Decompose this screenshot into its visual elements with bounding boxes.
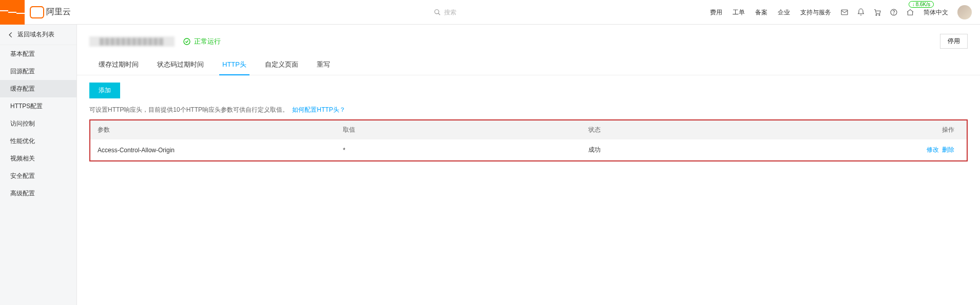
- svg-point-5: [879, 14, 880, 15]
- avatar[interactable]: [957, 5, 972, 19]
- disable-button[interactable]: 停用: [940, 34, 968, 49]
- http-header-table: 参数 取值 状态 操作 Access-Control-Allow-Origin*…: [90, 120, 967, 160]
- sidebar-item[interactable]: 高级配置: [0, 185, 76, 202]
- check-circle-icon: [183, 37, 191, 46]
- menu-toggle-button[interactable]: [0, 0, 25, 25]
- message-icon[interactable]: [836, 0, 853, 25]
- hint-help-link[interactable]: 如何配置HTTP头？: [292, 106, 345, 113]
- domain-name-masked: ████████████: [89, 36, 175, 47]
- home-icon[interactable]: [902, 0, 918, 25]
- col-param: 参数: [90, 120, 336, 139]
- nav-cost[interactable]: 费用: [705, 0, 727, 25]
- help-icon[interactable]: [886, 0, 902, 25]
- search-input[interactable]: [444, 9, 547, 16]
- search-icon: [434, 9, 441, 16]
- page-header: ████████████ 正常运行 停用: [77, 25, 980, 54]
- svg-line-1: [438, 13, 440, 15]
- add-button[interactable]: 添加: [89, 83, 120, 98]
- tab[interactable]: HTTP头: [213, 54, 256, 75]
- tab[interactable]: 缓存过期时间: [89, 54, 148, 75]
- nav-ticket[interactable]: 工单: [727, 0, 750, 25]
- nav-support[interactable]: 支持与服务: [795, 0, 836, 25]
- delete-link[interactable]: 删除: [942, 146, 954, 153]
- back-to-domains-button[interactable]: 返回域名列表: [0, 25, 76, 45]
- cell-param: Access-Control-Allow-Origin: [90, 139, 336, 160]
- tabs: 缓存过期时间状态码过期时间HTTP头自定义页面重写: [77, 54, 980, 75]
- sidebar-item[interactable]: 缓存配置: [0, 80, 76, 97]
- svg-point-0: [434, 9, 438, 13]
- table-header-row: 参数 取值 状态 操作: [90, 120, 967, 139]
- svg-point-4: [876, 14, 877, 15]
- col-status: 状态: [581, 120, 827, 139]
- cart-icon[interactable]: [869, 0, 886, 25]
- edit-link[interactable]: 修改: [927, 146, 939, 153]
- tab-body: 添加 可设置HTTP响应头，目前提供10个HTTP响应头参数可供自行定义取值。 …: [77, 75, 980, 169]
- col-value: 取值: [336, 120, 581, 139]
- bell-icon[interactable]: [853, 0, 869, 25]
- col-op: 操作: [827, 120, 967, 139]
- status-badge: 正常运行: [183, 37, 221, 46]
- sidebar-item[interactable]: 基本配置: [0, 45, 76, 63]
- sidebar-item[interactable]: 性能优化: [0, 132, 76, 150]
- svg-point-8: [184, 38, 190, 45]
- cell-status: 成功: [581, 139, 827, 160]
- sidebar: 返回域名列表 基本配置回源配置缓存配置HTTPS配置访问控制性能优化视频相关安全…: [0, 25, 77, 305]
- sidebar-item[interactable]: 回源配置: [0, 63, 76, 80]
- cell-value: *: [336, 139, 581, 160]
- tab[interactable]: 重写: [308, 54, 339, 75]
- nav-enterprise[interactable]: 企业: [773, 0, 795, 25]
- brand-text: 阿里云: [46, 7, 71, 17]
- svg-rect-2: [841, 10, 848, 14]
- back-label: 返回域名列表: [17, 30, 54, 39]
- sidebar-item[interactable]: 视频相关: [0, 150, 76, 167]
- status-text: 正常运行: [194, 37, 221, 46]
- global-search[interactable]: [434, 9, 547, 16]
- svg-point-7: [894, 13, 894, 14]
- arrow-left-icon: [7, 31, 14, 38]
- sidebar-item[interactable]: 访问控制: [0, 115, 76, 132]
- table-row: Access-Control-Allow-Origin*成功修改删除: [90, 139, 967, 160]
- http-header-table-highlight: 参数 取值 状态 操作 Access-Control-Allow-Origin*…: [89, 119, 968, 161]
- main-area: ████████████ 正常运行 停用 缓存过期时间状态码过期时间HTTP头自…: [77, 25, 980, 305]
- sidebar-item[interactable]: 安全配置: [0, 167, 76, 185]
- top-right-nav: 8.6K/s 费用 工单 备案 企业 支持与服务 简体中文: [705, 0, 980, 25]
- brand-logo[interactable]: 阿里云: [25, 6, 71, 18]
- brand-mark-icon: [31, 6, 43, 18]
- cell-op: 修改删除: [827, 139, 967, 160]
- sidebar-item[interactable]: HTTPS配置: [0, 97, 76, 115]
- tab[interactable]: 状态码过期时间: [148, 54, 213, 75]
- nav-beian[interactable]: 备案: [750, 0, 773, 25]
- hint-row: 可设置HTTP响应头，目前提供10个HTTP响应头参数可供自行定义取值。 如何配…: [89, 106, 968, 114]
- top-bar: 阿里云 8.6K/s 费用 工单 备案 企业 支持与服务 简体中文: [0, 0, 980, 25]
- hint-text: 可设置HTTP响应头，目前提供10个HTTP响应头参数可供自行定义取值。: [89, 106, 289, 113]
- tab[interactable]: 自定义页面: [256, 54, 308, 75]
